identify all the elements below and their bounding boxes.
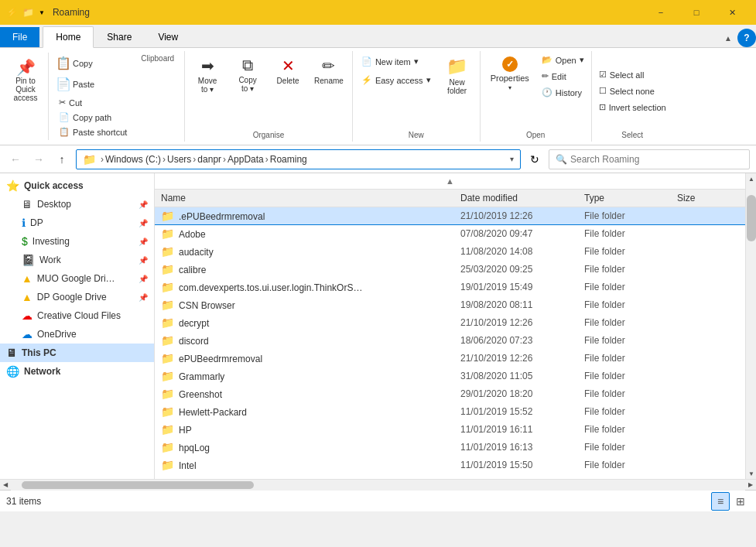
sidebar-item-this-pc[interactable]: 🖥 This PC — [0, 344, 154, 362]
edit-icon: ✏ — [542, 71, 549, 81]
file-area: ▲ Name Date modified Type Size 📁.ePUBeed… — [155, 173, 745, 479]
table-row[interactable]: 📁Greenshot 29/01/2020 18:20 File folder — [155, 385, 745, 403]
new-item-button[interactable]: 📄 New item ▾ — [356, 53, 436, 70]
onedrive-icon: ☁ — [22, 328, 32, 340]
scroll-left-arrow[interactable]: ◀ — [0, 480, 11, 491]
select-all-icon: ☑ — [599, 70, 607, 80]
cut-button[interactable]: ✂ Cut — [55, 95, 131, 110]
copy-path-button[interactable]: 📄 Copy path — [55, 110, 131, 125]
breadcrumb-roaming[interactable]: Roaming — [270, 154, 307, 165]
maximize-button[interactable]: □ — [679, 0, 714, 25]
sidebar-item-desktop[interactable]: 🖥 Desktop 📌 — [0, 195, 154, 214]
file-type: File folder — [584, 353, 677, 364]
folder-icon: 📁 — [161, 352, 174, 364]
back-button[interactable]: ← — [6, 150, 25, 169]
table-row[interactable]: 📁decrypt 21/10/2019 12:26 File folder — [155, 314, 745, 332]
sidebar-item-dp[interactable]: ℹ DP 📌 — [0, 214, 154, 232]
col-header-type[interactable]: Type — [584, 193, 677, 203]
tab-home[interactable]: Home — [43, 26, 94, 48]
table-row[interactable]: 📁Grammarly 31/08/2020 11:05 File folder — [155, 368, 745, 385]
minimize-button[interactable]: − — [643, 0, 679, 25]
move-to-button[interactable]: ➡ Moveto ▾ — [188, 53, 227, 129]
table-row[interactable]: 📁ePUBeedrmremoval 21/10/2019 12:26 File … — [155, 350, 745, 368]
sidebar-item-dp-google[interactable]: ▲ DP Google Drive 📌 — [0, 288, 154, 306]
vertical-scrollbar[interactable]: ▲ ▼ — [745, 173, 756, 479]
col-header-name[interactable]: Name — [161, 193, 460, 203]
table-row[interactable]: 📁Adobe 07/08/2020 09:47 File folder — [155, 225, 745, 243]
search-box[interactable]: 🔍 — [549, 149, 750, 169]
file-list: 📁.ePUBeedrmremoval 21/10/2019 12:26 File… — [155, 207, 745, 479]
breadcrumb-windows-c[interactable]: Windows (C:) — [105, 154, 161, 165]
folder-icon: 📁 — [161, 316, 174, 329]
table-row[interactable]: 📁hpqLog 11/01/2019 16:13 File folder — [155, 439, 745, 456]
sidebar-item-quick-access[interactable]: ⭐ Quick access — [0, 176, 154, 195]
tab-file[interactable]: File — [0, 27, 39, 47]
large-icon-view-button[interactable]: ⊞ — [731, 492, 750, 511]
title-controls: − □ ✕ — [643, 0, 750, 25]
breadcrumb-danpr[interactable]: danpr — [197, 154, 221, 165]
file-type: File folder — [584, 246, 677, 257]
table-row[interactable]: 📁com.devexperts.tos.ui.user.login.ThinkO… — [155, 279, 745, 296]
easy-access-button[interactable]: ⚡ Easy access ▾ — [356, 71, 436, 89]
tab-view[interactable]: View — [145, 26, 191, 47]
copy-to-button[interactable]: ⧉ Copyto ▾ — [228, 53, 267, 129]
horizontal-scrollbar[interactable]: ◀ ▶ — [0, 479, 756, 490]
new-folder-button[interactable]: 📁 Newfolder — [438, 53, 477, 99]
history-button[interactable]: 🕐 History — [538, 85, 588, 100]
breadcrumb[interactable]: 📁 › Windows (C:) › Users › danpr › AppDa… — [76, 149, 521, 169]
table-row[interactable]: 📁Hewlett-Packard 11/01/2019 15:52 File f… — [155, 403, 745, 421]
h-scroll-thumb[interactable] — [22, 481, 254, 489]
scroll-down-arrow[interactable]: ▼ — [746, 468, 756, 479]
edit-button[interactable]: ✏ Edit — [538, 69, 588, 84]
file-date: 21/10/2019 12:26 — [460, 353, 584, 364]
up-button[interactable]: ↑ — [53, 150, 71, 169]
folder-icon: 📁 — [161, 370, 174, 382]
properties-check-icon: ✓ — [502, 56, 518, 72]
sidebar-item-network[interactable]: 🌐 Network — [0, 362, 154, 381]
tab-share[interactable]: Share — [94, 26, 145, 47]
table-row[interactable]: 📁discord 18/06/2020 07:23 File folder — [155, 332, 745, 350]
sidebar-item-onedrive[interactable]: ☁ OneDrive — [0, 325, 154, 344]
properties-button[interactable]: ✓ Properties ▾ — [484, 53, 536, 95]
scroll-thumb[interactable] — [747, 195, 756, 241]
breadcrumb-appdata[interactable]: AppData — [227, 154, 264, 165]
scroll-right-arrow[interactable]: ▶ — [745, 480, 756, 491]
breadcrumb-sep5: › — [265, 154, 269, 165]
table-row[interactable]: 📁calibre 25/03/2020 09:25 File folder — [155, 261, 745, 279]
rename-button[interactable]: ✏ Rename — [309, 53, 349, 129]
invert-selection-button[interactable]: ⊡ Invert selection — [595, 100, 670, 115]
select-none-button[interactable]: ☐ Select none — [595, 84, 670, 98]
sidebar-item-work[interactable]: 📓 Work 📌 — [0, 251, 154, 269]
table-row[interactable]: 📁audacity 11/08/2020 14:08 File folder — [155, 243, 745, 261]
col-header-size[interactable]: Size — [677, 193, 739, 203]
sidebar-item-muo-google[interactable]: ▲ MUO Google Dri… 📌 — [0, 269, 154, 288]
open-button[interactable]: 📂 Open ▾ — [538, 53, 588, 67]
ribbon: 📌 Pin to Quickaccess 📋 Copy 📄 Paste ✂ Cu… — [0, 48, 756, 145]
forward-button[interactable]: → — [29, 150, 48, 169]
pin-to-quick-access-button[interactable]: 📌 Pin to Quickaccess — [6, 56, 45, 106]
breadcrumb-users[interactable]: Users — [167, 154, 191, 165]
select-all-button[interactable]: ☑ Select all — [595, 67, 670, 82]
sidebar-item-investing[interactable]: $ Investing 📌 — [0, 232, 154, 251]
file-date: 19/01/2019 15:49 — [460, 282, 584, 292]
col-header-date[interactable]: Date modified — [460, 193, 584, 203]
ribbon-collapse-button[interactable]: ▲ — [719, 29, 737, 47]
refresh-button[interactable]: ↻ — [525, 150, 544, 169]
details-view-button[interactable]: ≡ — [711, 492, 730, 511]
close-button[interactable]: ✕ — [714, 0, 750, 25]
copy-button[interactable]: 📋 Copy — [52, 53, 134, 74]
this-pc-icon: 🖥 — [6, 347, 17, 359]
table-row[interactable]: 📁Intel 11/01/2019 15:50 File folder — [155, 456, 745, 474]
sidebar-item-creative-cloud[interactable]: ☁ Creative Cloud Files — [0, 306, 154, 325]
scroll-up-arrow[interactable]: ▲ — [746, 173, 756, 184]
paste-shortcut-button[interactable]: 📋 Paste shortcut — [55, 125, 131, 139]
table-row[interactable]: 📁CSN Browser 19/08/2020 08:11 File folde… — [155, 296, 745, 314]
breadcrumb-dropdown-button[interactable]: ▾ — [510, 155, 514, 163]
table-row[interactable]: 📁.ePUBeedrmremoval 21/10/2019 12:26 File… — [155, 207, 745, 225]
file-date: 11/01/2019 16:13 — [460, 442, 584, 453]
paste-button[interactable]: 📄 Paste — [52, 74, 134, 94]
delete-button[interactable]: ✕ Delete — [269, 53, 307, 129]
table-row[interactable]: 📁HP 11/01/2019 16:11 File folder — [155, 421, 745, 439]
search-input[interactable] — [570, 154, 743, 165]
help-button[interactable]: ? — [737, 29, 756, 47]
